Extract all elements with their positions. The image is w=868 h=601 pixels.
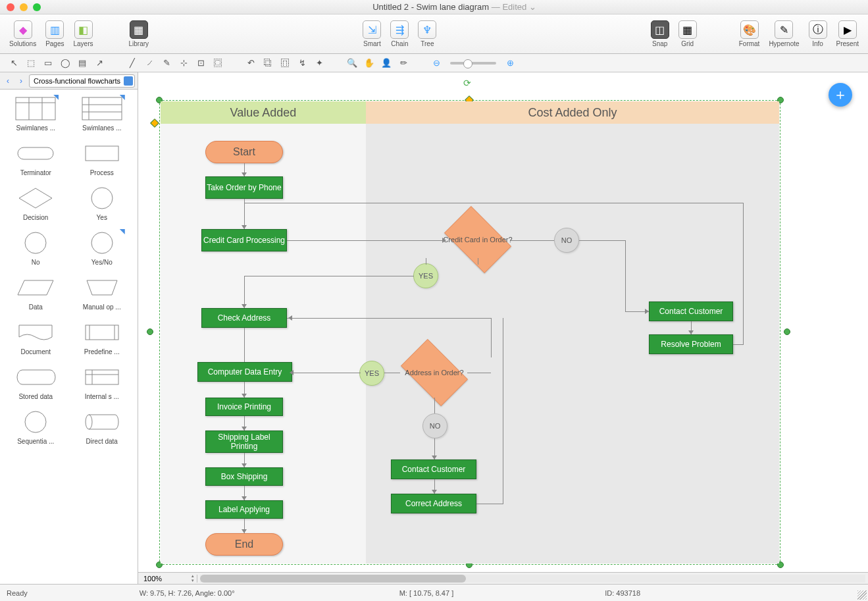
library-selector[interactable]: Cross-functional flowcharts [29, 74, 135, 88]
group-tool[interactable]: ⿻ [261, 56, 275, 70]
resolve-problem-node[interactable]: Resolve Problem [649, 334, 733, 354]
lib-item-data[interactable]: Data [5, 274, 66, 311]
maximize-window-button[interactable] [33, 3, 41, 11]
lib-item-manual-op[interactable]: Manual op ... [72, 274, 133, 311]
tree-button[interactable]: ♆Tree [414, 19, 440, 49]
lib-item-document[interactable]: Document [5, 319, 66, 355]
container1-tool[interactable]: ⊡ [193, 56, 208, 70]
lib-item-decision[interactable]: Decision [5, 184, 66, 221]
chain-button[interactable]: ⇶Chain [386, 19, 413, 49]
hypernote-button[interactable]: ✎Hypernote [765, 19, 803, 49]
pencil-tool[interactable]: ✏ [396, 56, 411, 70]
start-node[interactable]: Start [205, 141, 283, 163]
snap-button[interactable]: ◫Snap [647, 19, 673, 49]
smart-button[interactable]: ⇲Smart [359, 19, 385, 49]
bezier-tool[interactable]: ╱ [125, 56, 140, 70]
toolbar-label: Smart [363, 40, 381, 47]
lib-forward-button[interactable]: › [16, 76, 26, 86]
svg-marker-14 [18, 280, 53, 295]
layers-button[interactable]: ◧Layers [70, 19, 97, 49]
resize-handle[interactable] [784, 328, 790, 335]
shipping-label-node[interactable]: Shipping Label Printing [205, 431, 283, 453]
rotation-handle[interactable]: ⟳ [463, 78, 472, 87]
connect-tool[interactable]: ↯ [295, 56, 309, 70]
toolbar-label: Info [812, 40, 823, 47]
lib-item-swimlanes-h[interactable]: Swimlanes ... [72, 95, 133, 132]
library-button[interactable]: ▦Library [125, 19, 153, 49]
pages-icon: ▥ [45, 20, 64, 39]
correct-address-node[interactable]: Correct Address [391, 494, 476, 513]
horizontal-scrollbar[interactable] [200, 575, 865, 583]
lib-item-internal-s[interactable]: Internal s ... [72, 363, 133, 400]
lib-item-no[interactable]: No [5, 229, 66, 266]
lib-item-yes[interactable]: Yes [72, 184, 133, 221]
yes-badge-1[interactable]: YES [413, 263, 438, 288]
contact-customer-2-node[interactable]: Contact Customer [391, 459, 476, 479]
lib-item-sequentia[interactable]: Sequentia ... [5, 408, 66, 445]
select-tool[interactable]: ↖ [7, 56, 21, 70]
table-tool[interactable]: ▤ [75, 56, 89, 70]
lib-item-swimlanes-v[interactable]: Swimlanes ... [5, 95, 66, 132]
box-shipping-node[interactable]: Box Shipping [205, 467, 283, 486]
resize-grip-icon[interactable] [857, 590, 867, 600]
zoom-percent[interactable]: 100% [138, 575, 197, 583]
grid-button[interactable]: ▦Grid [675, 19, 701, 49]
zoom-tool[interactable]: 🔍 [345, 56, 359, 70]
zoom-in-button[interactable]: ⊕ [503, 56, 517, 70]
take-order-node[interactable]: Take Order by Phone [205, 176, 283, 199]
contact-customer-1-node[interactable]: Contact Customer [649, 301, 733, 321]
curve-tool[interactable]: ⟋ [142, 56, 157, 70]
yes-badge-2[interactable]: YES [359, 361, 384, 386]
lib-item-yesno[interactable]: Yes/No [72, 229, 133, 266]
lib-item-stored-data[interactable]: Stored data [5, 363, 66, 400]
lib-item-predefine[interactable]: Predefine ... [72, 319, 133, 355]
address-in-order-decision[interactable]: Address in Order? [395, 346, 474, 399]
close-window-button[interactable] [7, 3, 14, 11]
no-badge-1[interactable]: NO [554, 228, 579, 253]
rect-tool[interactable]: ▭ [41, 56, 55, 70]
computer-data-entry-node[interactable]: Computer Data Entry [197, 362, 292, 382]
container2-tool[interactable]: ⿴ [211, 56, 225, 70]
check-address-node[interactable]: Check Address [201, 308, 287, 328]
lib-item-label: Process [90, 169, 114, 176]
zoom-slider[interactable] [450, 62, 496, 65]
ungroup-tool[interactable]: ⿵ [278, 56, 292, 70]
lib-item-process[interactable]: Process [72, 140, 133, 176]
ellipse-tool[interactable]: ◯ [58, 56, 72, 70]
pan-tool[interactable]: ✋ [362, 56, 376, 70]
crop-tool[interactable]: ⊹ [176, 56, 191, 70]
person-tool[interactable]: 👤 [379, 56, 394, 70]
toolbar-group-center: ⇲Smart ⇶Chain ♆Tree [359, 19, 440, 49]
present-button[interactable]: ▶Present [832, 19, 863, 49]
canvas[interactable]: ⟳ Value Added Cost Added Only Start Take… [138, 72, 868, 584]
no-badge-2[interactable]: NO [422, 413, 447, 438]
connector [491, 318, 492, 357]
scrollbar-thumb[interactable] [200, 575, 466, 583]
resize-handle[interactable] [147, 328, 153, 335]
cc-processing-node[interactable]: Credit Card Processing [201, 229, 287, 251]
connector [244, 203, 744, 203]
text-tool[interactable]: ⬚ [24, 56, 38, 70]
zoom-out-button[interactable]: ⊖ [429, 56, 444, 70]
toolbar-label: Chain [391, 40, 408, 47]
add-button[interactable]: ＋ [829, 83, 852, 107]
svg-rect-16 [86, 325, 118, 340]
lib-item-terminator[interactable]: Terminator [5, 140, 66, 176]
label-applying-node[interactable]: Label Applying [205, 500, 283, 519]
line-tool[interactable]: ↗ [92, 56, 107, 70]
invoice-printing-node[interactable]: Invoice Printing [205, 398, 283, 416]
resize-handle[interactable] [150, 118, 159, 128]
format-button[interactable]: 🎨Format [735, 19, 764, 49]
pages-button[interactable]: ▥Pages [41, 19, 68, 49]
lib-item-direct-data[interactable]: Direct data [72, 408, 133, 445]
shape-preview-icon [79, 363, 125, 391]
magic-tool[interactable]: ✦ [312, 56, 326, 70]
end-node[interactable]: End [205, 533, 283, 556]
minimize-window-button[interactable] [20, 3, 28, 11]
highlighter-tool[interactable]: ✎ [159, 56, 174, 70]
undo-tool[interactable]: ↶ [243, 56, 258, 70]
solutions-button[interactable]: ◆Solutions [5, 19, 40, 49]
info-button[interactable]: ⓘInfo [805, 19, 831, 49]
lib-back-button[interactable]: ‹ [3, 76, 13, 86]
arrowhead-icon [242, 304, 247, 308]
